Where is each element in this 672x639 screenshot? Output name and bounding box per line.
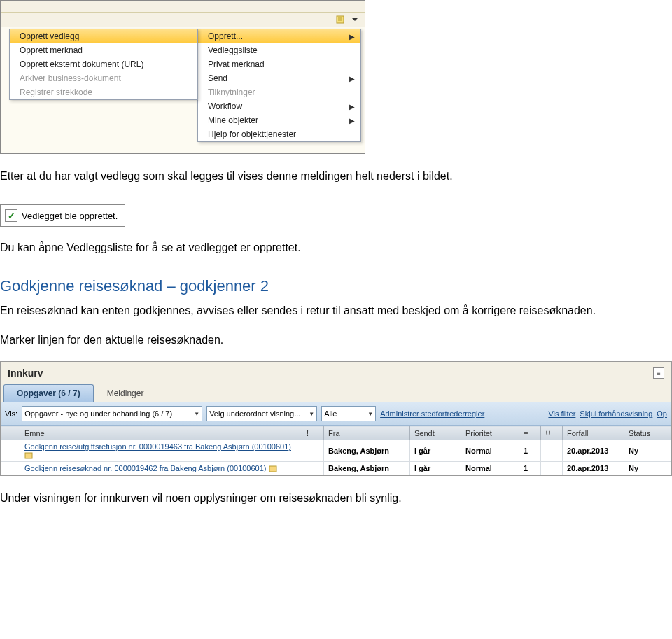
innkurv-header: Innkurv ≡ <box>1 362 671 384</box>
menu-item-opprett-vedlegg[interactable]: Opprett vedlegg <box>10 29 197 43</box>
paragraph: En reisesøknad kan enten godkjennes, avv… <box>0 302 672 319</box>
filter-select-main[interactable]: Oppgaver - nye og under behandling (6 / … <box>22 406 202 421</box>
row-attach <box>541 462 563 475</box>
col-fra[interactable]: Fra <box>324 426 410 440</box>
link-vis-filter[interactable]: Vis filter <box>548 409 575 418</box>
col-blank[interactable] <box>1 426 20 440</box>
row-blank <box>1 440 20 462</box>
context-submenu: Opprett... ▶ Vedleggsliste Privat merkna… <box>197 29 361 142</box>
row-sortnum: 1 <box>519 440 541 462</box>
row-forfall: 20.apr.2013 <box>563 440 624 462</box>
row-emne: Godkjenn reisesøknad nr. 0000019462 fra … <box>20 462 302 475</box>
menu-item-privat-merknad[interactable]: Privat merknad <box>198 57 360 71</box>
table-row[interactable]: Godkjenn reise/utgiftsrefusjon nr. 00000… <box>1 440 671 462</box>
menu-item-label: Mine objekter <box>208 115 258 125</box>
note-icon <box>24 452 33 459</box>
menu-item-arkiver: Arkiver business-dokument <box>10 71 197 85</box>
menu-item-opprett[interactable]: Opprett... ▶ <box>198 29 360 43</box>
table-header-row: Emne ! Fra Sendt Prioritet ≡ ⊍ Forfall S… <box>1 426 671 440</box>
paragraph: Marker linjen for den aktuelle reisesøkn… <box>0 332 672 349</box>
dropdown-arrow-icon: ▼ <box>309 411 314 417</box>
menu-item-label: Tilknytninger <box>208 87 255 97</box>
row-sendt: I går <box>410 440 461 462</box>
menu-item-hjelp[interactable]: Hjelp for objekttjenester <box>198 127 360 141</box>
filter-select-sub[interactable]: Velg underordnet visning... ▼ <box>206 406 317 421</box>
row-sendt: I går <box>410 462 461 475</box>
paragraph: Du kan åpne Vedleggsliste for å se at ve… <box>0 239 672 256</box>
menu-item-label: Opprett vedlegg <box>20 31 79 41</box>
menu-item-vedleggsliste[interactable]: Vedleggsliste <box>198 43 360 57</box>
col-sort[interactable]: ≡ <box>519 426 541 440</box>
row-forfall: 20.apr.2013 <box>563 462 624 475</box>
row-fra: Bakeng, Asbjørn <box>324 462 410 475</box>
menu-item-label: Arkiver business-dokument <box>20 73 121 83</box>
section-heading: Godkjenne reisesøknad – godkjenner 2 <box>0 277 672 295</box>
row-sortnum: 1 <box>519 462 541 475</box>
paragraph: Under visningen for innkurven vil noen o… <box>0 490 672 507</box>
tab-meldinger[interactable]: Meldinger <box>94 384 158 402</box>
emne-link[interactable]: Godkjenn reise/utgiftsrefusjon nr. 00000… <box>24 442 291 451</box>
menu-item-tilknytninger: Tilknytninger <box>198 85 360 99</box>
innkurv-filter-bar: Vis: Oppgaver - nye og under behandling … <box>1 402 671 426</box>
row-prioritet: Normal <box>461 462 519 475</box>
menu-item-opprett-eksternt[interactable]: Opprett eksternt dokument (URL) <box>10 57 197 71</box>
row-prioritet: Normal <box>461 440 519 462</box>
dropdown-arrow-icon: ▼ <box>368 411 373 417</box>
menu-item-label: Vedleggsliste <box>208 45 258 55</box>
col-prioritet[interactable]: Prioritet <box>461 426 519 440</box>
menu-item-mine-objekter[interactable]: Mine objekter ▶ <box>198 113 360 127</box>
submenu-arrow-icon: ▶ <box>349 117 355 125</box>
dropdown-arrow-icon[interactable] <box>349 14 360 25</box>
row-attach <box>541 440 563 462</box>
col-status[interactable]: Status <box>624 426 671 440</box>
context-menu-area: Opprett... ▶ Vedleggsliste Privat merkna… <box>1 27 365 153</box>
menu-item-label: Opprett... <box>208 31 243 41</box>
link-administrer[interactable]: Administrer stedfortrederregler <box>380 409 484 418</box>
innkurv-table: Emne ! Fra Sendt Prioritet ≡ ⊍ Forfall S… <box>1 426 671 475</box>
menu-item-label: Privat merknad <box>208 59 265 69</box>
table-row[interactable]: Godkjenn reisesøknad nr. 0000019462 fra … <box>1 462 671 475</box>
menu-item-label: Workflow <box>208 101 242 111</box>
emne-link[interactable]: Godkjenn reisesøknad nr. 0000019462 fra … <box>24 464 267 472</box>
menu-item-label: Opprett eksternt dokument (URL) <box>20 59 144 69</box>
link-op[interactable]: Op <box>657 409 667 418</box>
col-priority-flag[interactable]: ! <box>302 426 324 440</box>
row-blank <box>1 462 20 475</box>
row-status: Ny <box>624 462 671 475</box>
attachment-icon[interactable] <box>335 14 346 25</box>
row-flag <box>302 440 324 462</box>
vis-label: Vis: <box>5 409 18 418</box>
filter-select-all[interactable]: Alle ▼ <box>321 406 376 421</box>
col-emne[interactable]: Emne <box>20 426 302 440</box>
link-skjul-forhand[interactable]: Skjul forhåndsvisning <box>580 409 652 418</box>
menu-item-label: Registrer strekkode <box>20 87 92 97</box>
submenu-arrow-icon: ▶ <box>349 33 355 41</box>
col-attach[interactable]: ⊍ <box>541 426 563 440</box>
menu-item-opprett-merknad[interactable]: Opprett merknad <box>10 43 197 57</box>
context-menu-screenshot: Opprett... ▶ Vedleggsliste Privat merkna… <box>0 0 365 154</box>
innkurv-title: Innkurv <box>8 367 43 379</box>
context-menu-primary: Opprett vedlegg Opprett merknad Opprett … <box>9 29 198 100</box>
col-sendt[interactable]: Sendt <box>410 426 461 440</box>
menu-item-workflow[interactable]: Workflow ▶ <box>198 99 360 113</box>
menu-item-registrer-strekkode: Registrer strekkode <box>10 85 197 99</box>
menu-item-label: Opprett merknad <box>20 45 83 55</box>
menu-item-label: Hjelp for objekttjenester <box>208 129 296 139</box>
submenu-arrow-icon: ▶ <box>349 103 355 111</box>
tab-oppgaver[interactable]: Oppgaver (6 / 7) <box>4 384 94 402</box>
menu-item-send[interactable]: Send ▶ <box>198 71 360 85</box>
row-fra: Bakeng, Asbjørn <box>324 440 410 462</box>
svg-rect-2 <box>270 466 276 472</box>
collapse-icon[interactable]: ≡ <box>653 367 664 379</box>
row-emne: Godkjenn reise/utgiftsrefusjon nr. 00000… <box>20 440 302 462</box>
innkurv-tabs: Oppgaver (6 / 7) Meldinger <box>1 384 671 402</box>
check-icon: ✓ <box>5 209 18 222</box>
col-forfall[interactable]: Forfall <box>563 426 624 440</box>
submenu-arrow-icon: ▶ <box>349 75 355 83</box>
note-icon <box>269 465 277 472</box>
select-value: Oppgaver - nye og under behandling (6 / … <box>24 409 172 418</box>
dropdown-arrow-icon: ▼ <box>194 411 200 417</box>
svg-rect-1 <box>25 453 32 458</box>
paragraph: Etter at du har valgt vedlegg som skal l… <box>0 168 672 185</box>
tab-label: Meldinger <box>107 388 144 398</box>
